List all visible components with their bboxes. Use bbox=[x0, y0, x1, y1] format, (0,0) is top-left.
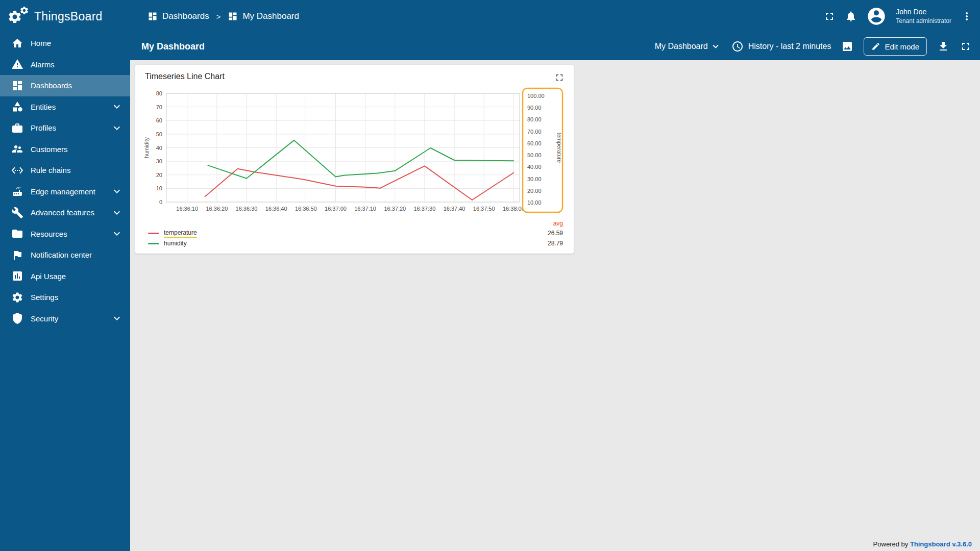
powered-by-text: Powered by bbox=[873, 540, 909, 548]
svg-text:16:37:40: 16:37:40 bbox=[444, 206, 465, 212]
svg-text:10: 10 bbox=[156, 185, 162, 191]
settings-icon bbox=[11, 291, 23, 304]
sidebar-item-label: Settings bbox=[31, 293, 58, 302]
sidebar-item-label: Edge management bbox=[31, 187, 95, 196]
legend-swatch-icon bbox=[148, 243, 159, 244]
security-icon bbox=[11, 312, 23, 324]
svg-text:40.00: 40.00 bbox=[527, 164, 542, 170]
widget-expand-icon[interactable] bbox=[554, 72, 565, 83]
sidebar-item-home[interactable]: Home bbox=[0, 33, 130, 54]
chevron-down-icon bbox=[111, 228, 123, 240]
sidebar-item-label: Customers bbox=[31, 145, 68, 154]
gear-icon bbox=[19, 6, 29, 17]
svg-text:16:36:20: 16:36:20 bbox=[206, 206, 228, 212]
chevron-down-icon bbox=[111, 101, 123, 113]
sidebar-item-advanced-features[interactable]: Advanced features bbox=[0, 202, 130, 223]
notification-center-icon bbox=[11, 249, 23, 261]
notifications-bell-icon[interactable] bbox=[845, 10, 857, 22]
sidebar-item-settings[interactable]: Settings bbox=[0, 287, 130, 308]
sidebar-item-api-usage[interactable]: Api Usage bbox=[0, 266, 130, 287]
breadcrumb: Dashboards > My Dashboard bbox=[148, 11, 299, 21]
series-temperature bbox=[205, 166, 514, 200]
edit-mode-label: Edit mode bbox=[885, 42, 919, 51]
svg-text:80.00: 80.00 bbox=[527, 116, 542, 122]
svg-text:60: 60 bbox=[156, 117, 162, 123]
image-icon[interactable] bbox=[841, 40, 853, 53]
rule-chains-icon bbox=[11, 164, 23, 177]
main-column: Dashboards > My Dashboard John Doe Tenan… bbox=[130, 0, 980, 551]
svg-text:16:36:10: 16:36:10 bbox=[176, 206, 198, 212]
sidebar-item-notification-center[interactable]: Notification center bbox=[0, 244, 130, 266]
svg-text:30: 30 bbox=[156, 158, 162, 164]
svg-text:humidity: humidity bbox=[143, 137, 150, 158]
sidebar-item-label: Profiles bbox=[31, 123, 56, 132]
chevron-down-icon bbox=[710, 41, 721, 52]
legend-item-temperature[interactable]: temperature bbox=[148, 229, 197, 238]
series-humidity bbox=[208, 140, 513, 179]
svg-text:16:37:00: 16:37:00 bbox=[325, 206, 347, 212]
thingsboard-logo-icon bbox=[7, 5, 30, 28]
legend-avg-header[interactable]: avg bbox=[522, 220, 563, 227]
customers-icon bbox=[11, 143, 23, 155]
version-link[interactable]: Thingsboard v.3.6.0 bbox=[910, 540, 972, 548]
sidebar-item-dashboards[interactable]: Dashboards bbox=[0, 75, 130, 96]
edit-mode-button[interactable]: Edit mode bbox=[864, 37, 927, 56]
svg-text:30.00: 30.00 bbox=[527, 176, 542, 182]
sidebar-item-label: Entities bbox=[31, 103, 56, 111]
breadcrumb-label: My Dashboard bbox=[242, 11, 299, 21]
legend-swatch-icon bbox=[148, 233, 159, 234]
toolbar-actions: My Dashboard History - last 2 minutes Ed… bbox=[655, 37, 972, 56]
svg-text:50.00: 50.00 bbox=[527, 152, 542, 158]
svg-text:0: 0 bbox=[159, 199, 162, 205]
dashboard-toolbar: My Dashboard My Dashboard History - last… bbox=[130, 33, 980, 60]
kebab-menu-icon[interactable] bbox=[961, 10, 973, 22]
dashboards-icon bbox=[148, 11, 158, 21]
dashboard-select[interactable]: My Dashboard bbox=[655, 41, 721, 52]
sidebar-item-label: Alarms bbox=[31, 60, 55, 69]
avatar[interactable] bbox=[866, 6, 887, 27]
download-icon[interactable] bbox=[937, 40, 949, 53]
history-button[interactable]: History - last 2 minutes bbox=[731, 40, 831, 53]
app-name: ThingsBoard bbox=[34, 10, 103, 23]
svg-text:50: 50 bbox=[156, 131, 162, 137]
svg-text:40: 40 bbox=[156, 145, 162, 151]
svg-text:20.00: 20.00 bbox=[527, 188, 542, 194]
sidebar-item-label: Home bbox=[31, 39, 51, 47]
legend-row-humidity: humidity28.79 bbox=[148, 238, 563, 248]
svg-text:temperature: temperature bbox=[556, 133, 562, 163]
toolbar-fullscreen-icon[interactable] bbox=[960, 40, 972, 53]
dashboards-icon bbox=[11, 80, 23, 92]
sidebar-item-rule-chains[interactable]: Rule chains bbox=[0, 160, 130, 181]
breadcrumb-my-dashboard[interactable]: My Dashboard bbox=[228, 11, 299, 21]
sidebar-item-label: Resources bbox=[31, 230, 67, 238]
sidebar-item-resources[interactable]: Resources bbox=[0, 223, 130, 245]
legend-row-temperature: temperature26.59 bbox=[148, 228, 563, 238]
sidebar-item-entities[interactable]: Entities bbox=[0, 96, 130, 118]
app-root: ThingsBoard HomeAlarmsDashboardsEntities… bbox=[0, 0, 980, 551]
alarms-icon bbox=[11, 58, 23, 70]
sidebar-item-label: Rule chains bbox=[31, 166, 70, 174]
svg-text:90.00: 90.00 bbox=[527, 105, 542, 111]
thingsboard-logo[interactable]: ThingsBoard bbox=[0, 0, 130, 33]
chevron-down-icon bbox=[111, 185, 123, 197]
resources-icon bbox=[11, 228, 23, 240]
svg-text:60.00: 60.00 bbox=[527, 140, 542, 146]
sidebar-item-edge-management[interactable]: Edge management bbox=[0, 181, 130, 203]
timeseries-chart[interactable]: 0102030405060708016:36:1016:36:2016:36:3… bbox=[143, 87, 566, 219]
sidebar-item-profiles[interactable]: Profiles bbox=[0, 117, 130, 139]
widget-title: Timeseries Line Chart bbox=[145, 72, 225, 81]
dashboards-icon bbox=[228, 11, 238, 21]
breadcrumb-dashboards[interactable]: Dashboards bbox=[148, 11, 209, 21]
clock-icon bbox=[731, 40, 744, 53]
history-label: History - last 2 minutes bbox=[748, 42, 831, 51]
svg-text:100.00: 100.00 bbox=[527, 93, 545, 99]
fullscreen-icon[interactable] bbox=[823, 10, 836, 22]
sidebar-item-alarms[interactable]: Alarms bbox=[0, 54, 130, 76]
legend-item-humidity[interactable]: humidity bbox=[148, 240, 187, 247]
svg-text:70.00: 70.00 bbox=[527, 129, 542, 135]
timeseries-widget: Timeseries Line Chart 010203040506070801… bbox=[135, 65, 574, 254]
sidebar-item-label: Dashboards bbox=[31, 81, 72, 90]
api-usage-icon bbox=[11, 270, 23, 282]
sidebar-item-customers[interactable]: Customers bbox=[0, 139, 130, 160]
sidebar-item-security[interactable]: Security bbox=[0, 308, 130, 330]
